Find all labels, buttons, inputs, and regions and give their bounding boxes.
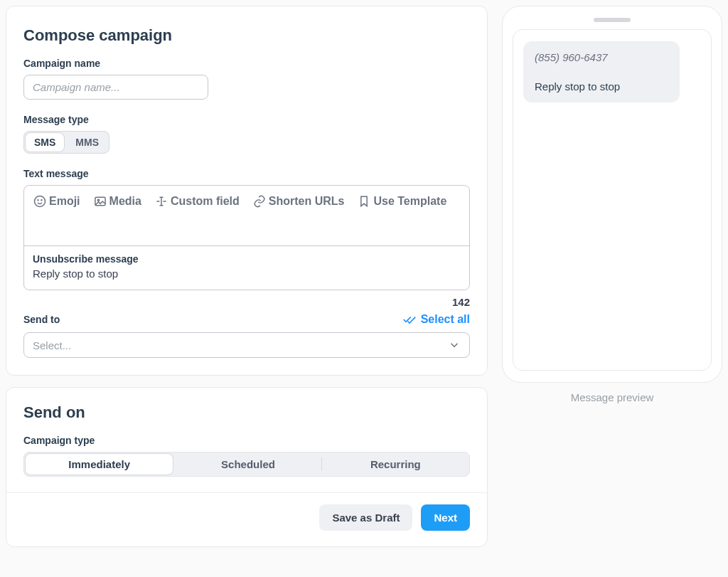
- shorten-urls-button[interactable]: Shorten URLs: [252, 194, 345, 208]
- media-label: Media: [109, 195, 141, 208]
- phone-notch: [594, 18, 631, 22]
- preview-body: Reply stop to stop: [535, 80, 668, 92]
- immediately-option[interactable]: Immediately: [26, 454, 173, 475]
- compose-title: Compose campaign: [23, 26, 470, 45]
- message-bubble: (855) 960-6437 Reply stop to stop: [523, 41, 680, 102]
- footer-actions: Save as Draft Next: [6, 492, 487, 531]
- next-button[interactable]: Next: [421, 504, 470, 531]
- mms-toggle[interactable]: MMS: [65, 132, 109, 153]
- send-on-card: Send on Campaign type Immediately Schedu…: [6, 387, 488, 547]
- message-textarea[interactable]: [24, 213, 469, 245]
- message-type-label: Message type: [23, 114, 470, 125]
- smile-icon: [33, 194, 47, 208]
- campaign-name-input[interactable]: [23, 75, 208, 100]
- campaign-type-label: Campaign type: [23, 435, 470, 446]
- message-toolbar: Emoji Media Custom field Shorten UR: [24, 186, 469, 213]
- select-all-button[interactable]: Select all: [402, 312, 470, 327]
- scheduled-option[interactable]: Scheduled: [174, 452, 321, 476]
- emoji-button[interactable]: Emoji: [33, 194, 80, 208]
- recurring-option[interactable]: Recurring: [322, 452, 469, 476]
- character-count: 142: [23, 296, 470, 308]
- message-preview-label: Message preview: [502, 391, 722, 403]
- phone-screen: (855) 960-6437 Reply stop to stop: [513, 29, 712, 371]
- svg-point-4: [97, 199, 99, 201]
- image-icon: [93, 194, 107, 208]
- svg-point-0: [35, 196, 46, 207]
- double-check-icon: [402, 312, 417, 327]
- svg-point-2: [41, 200, 42, 201]
- campaign-name-section: Campaign name: [23, 58, 470, 100]
- compose-card: Compose campaign Campaign name Message t…: [6, 6, 488, 376]
- message-box: Emoji Media Custom field Shorten UR: [23, 185, 470, 290]
- text-message-section: Text message Emoji Media Cus: [23, 168, 470, 308]
- use-template-label: Use Template: [373, 195, 446, 208]
- send-on-title: Send on: [23, 403, 470, 422]
- phone-preview: (855) 960-6437 Reply stop to stop: [502, 6, 722, 383]
- sms-toggle[interactable]: SMS: [26, 133, 64, 152]
- chevron-down-icon: [448, 339, 461, 351]
- save-draft-button[interactable]: Save as Draft: [319, 504, 412, 531]
- custom-field-label: Custom field: [171, 195, 240, 208]
- send-to-placeholder: Select...: [33, 339, 71, 351]
- custom-field-button[interactable]: Custom field: [154, 194, 240, 208]
- shorten-urls-label: Shorten URLs: [269, 195, 345, 208]
- message-type-toggle: SMS MMS: [23, 131, 109, 154]
- unsubscribe-label: Unsubscribe message: [33, 253, 461, 265]
- send-to-select[interactable]: Select...: [23, 332, 470, 358]
- send-to-label: Send to: [23, 314, 60, 325]
- media-button[interactable]: Media: [93, 194, 141, 208]
- svg-point-1: [38, 200, 38, 201]
- cursor-icon: [154, 194, 168, 208]
- bookmark-icon: [357, 194, 371, 208]
- emoji-label: Emoji: [49, 195, 80, 208]
- use-template-button[interactable]: Use Template: [357, 194, 446, 208]
- text-message-label: Text message: [23, 168, 470, 179]
- link-icon: [252, 194, 267, 208]
- right-column: (855) 960-6437 Reply stop to stop Messag…: [502, 6, 722, 547]
- send-to-header: Send to Select all: [23, 312, 470, 327]
- campaign-type-toggle: Immediately Scheduled Recurring: [23, 452, 470, 477]
- select-all-label: Select all: [421, 313, 470, 326]
- unsubscribe-text: Reply stop to stop: [33, 268, 461, 280]
- preview-from-number: (855) 960-6437: [535, 51, 668, 63]
- unsubscribe-block: Unsubscribe message Reply stop to stop: [24, 245, 469, 290]
- page-container: Compose campaign Campaign name Message t…: [6, 6, 722, 547]
- message-type-section: Message type SMS MMS: [23, 114, 470, 154]
- send-to-section: Send to Select all Select...: [23, 312, 470, 358]
- left-column: Compose campaign Campaign name Message t…: [6, 6, 488, 547]
- campaign-type-section: Campaign type Immediately Scheduled Recu…: [23, 435, 470, 477]
- campaign-name-label: Campaign name: [23, 58, 470, 69]
